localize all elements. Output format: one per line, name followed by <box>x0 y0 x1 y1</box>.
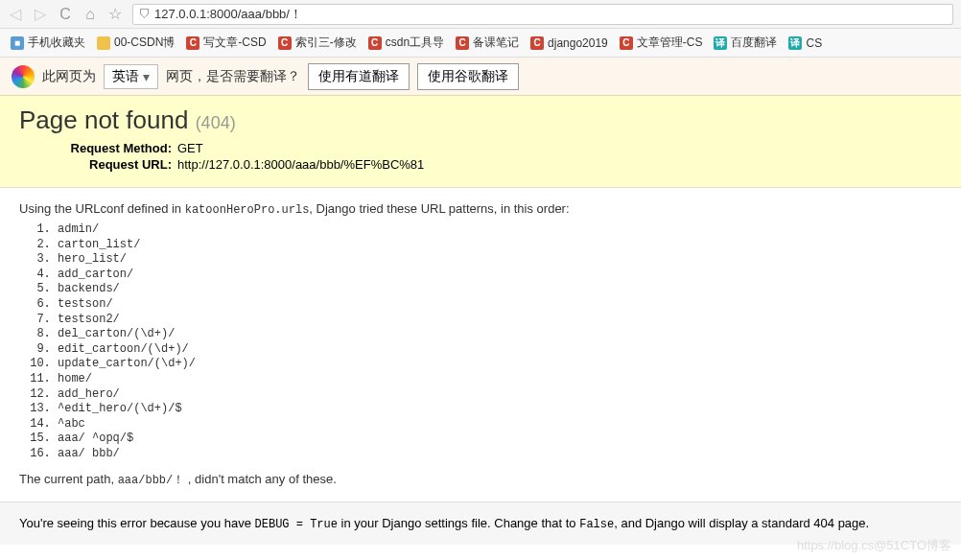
bookmark-label: 写文章-CSD <box>203 35 266 51</box>
debug-mid: in your Django settings file. Change tha… <box>338 516 579 530</box>
shield-icon: ⛉ <box>139 8 151 21</box>
youdao-translate-button[interactable]: 使用有道翻译 <box>308 63 410 90</box>
method-value: GET <box>177 141 203 155</box>
intro-text: Using the URLconf defined in katoonHeroP… <box>19 201 942 217</box>
url-pattern-item: home/ <box>58 372 942 387</box>
intro-prefix: Using the URLconf defined in <box>19 201 185 216</box>
bookmark-label: 00-CSDN博 <box>114 35 175 51</box>
bookmark-label: 备课笔记 <box>473 35 519 51</box>
nomatch-suffix: , didn't match any of these. <box>184 472 337 486</box>
intro-suffix: , Django tried these URL patterns, in th… <box>309 201 569 216</box>
bookmark-icon: C <box>368 36 382 50</box>
meta-row-method: Request Method: GET <box>19 141 942 155</box>
url-value: http://127.0.0.1:8000/aaa/bbb/%EF%BC%81 <box>177 157 424 172</box>
browser-logo-icon <box>12 65 35 88</box>
translate-suffix: 网页，是否需要翻译？ <box>166 68 300 85</box>
url-pattern-item: aaa/ bbb/ <box>58 447 942 462</box>
bookmark-item[interactable]: C索引三-修改 <box>273 32 362 54</box>
url-pattern-item: ^edit_hero/(\d+)/$ <box>58 402 942 417</box>
error-meta: Request Method: GET Request URL: http://… <box>19 141 942 172</box>
back-button[interactable]: ◁ <box>8 5 23 23</box>
url-patterns-list: admin/carton_list/hero_list/add_carton/b… <box>58 222 942 462</box>
nomatch-text: The current path, aaa/bbb/！ , didn't mat… <box>19 472 942 488</box>
url-pattern-item: ^abc <box>58 417 942 432</box>
bookmark-label: 百度翻译 <box>731 35 777 51</box>
error-body: Using the URLconf defined in katoonHeroP… <box>0 188 961 502</box>
bookmark-item[interactable]: Ccsdn工具导 <box>363 32 449 54</box>
debug-code1: DEBUG = True <box>255 518 338 531</box>
bookmarks-bar: ■手机收藏夹00-CSDN博C写文章-CSDC索引三-修改Ccsdn工具导C备课… <box>0 29 961 58</box>
bookmark-item[interactable]: 00-CSDN博 <box>92 32 179 54</box>
favorite-button[interactable]: ☆ <box>107 5 123 23</box>
translate-bar: 此网页为 英语 网页，是否需要翻译？ 使用有道翻译 使用谷歌翻译 <box>0 58 961 96</box>
forward-button[interactable]: ▷ <box>33 5 48 23</box>
error-page: Page not found (404) Request Method: GET… <box>0 96 961 545</box>
bookmark-label: 文章管理-CS <box>637 35 703 51</box>
bookmark-label: csdn工具导 <box>386 35 444 51</box>
language-select[interactable]: 英语 <box>104 64 158 89</box>
bookmark-icon: C <box>278 36 292 50</box>
debug-footer: You're seeing this error because you hav… <box>0 502 961 545</box>
bookmark-icon: C <box>456 36 469 50</box>
reload-button[interactable]: C <box>58 6 73 23</box>
url-pattern-item: add_hero/ <box>58 387 942 403</box>
url-pattern-item: testson/ <box>58 297 942 313</box>
url-pattern-item: update_carton/(\d+)/ <box>58 357 942 372</box>
error-title-text: Page not found <box>19 105 188 134</box>
bookmark-icon: C <box>186 36 199 50</box>
debug-prefix: You're seeing this error because you hav… <box>19 516 255 530</box>
bookmark-item[interactable]: C文章管理-CS <box>615 32 708 54</box>
url-pattern-item: testson2/ <box>58 313 942 328</box>
debug-code2: False <box>579 518 614 531</box>
url-pattern-item: del_carton/(\d+)/ <box>58 327 942 342</box>
url-bar[interactable]: ⛉ 127.0.0.1:8000/aaa/bbb/！ <box>132 4 953 25</box>
google-translate-button[interactable]: 使用谷歌翻译 <box>417 63 519 90</box>
url-pattern-item: add_carton/ <box>58 268 942 283</box>
bookmark-label: django2019 <box>548 36 608 50</box>
url-pattern-item: edit_cartoon/(\d+)/ <box>58 342 942 358</box>
debug-suffix: , and Django will display a standard 404… <box>614 516 869 530</box>
urlconf-name: katoonHeroPro.urls <box>185 203 310 217</box>
url-pattern-item: hero_list/ <box>58 252 942 268</box>
url-pattern-item: backends/ <box>58 282 942 297</box>
method-label: Request Method: <box>19 141 177 155</box>
page-title: Page not found (404) <box>19 105 942 135</box>
bookmark-icon: C <box>620 36 633 50</box>
browser-toolbar: ◁ ▷ C ⌂ ☆ ⛉ 127.0.0.1:8000/aaa/bbb/！ <box>0 0 961 29</box>
nomatch-prefix: The current path, <box>19 472 118 486</box>
bookmark-item[interactable]: 译百度翻译 <box>709 32 782 54</box>
nomatch-path: aaa/bbb/！ <box>118 474 185 487</box>
bookmark-item[interactable]: C写文章-CSD <box>181 32 270 54</box>
error-code: (404) <box>196 113 236 132</box>
bookmark-item[interactable]: C备课笔记 <box>451 32 524 54</box>
home-button[interactable]: ⌂ <box>82 6 98 23</box>
bookmark-item[interactable]: 译CS <box>784 34 827 53</box>
bookmark-label: 索引三-修改 <box>295 35 357 51</box>
bookmark-icon: C <box>530 36 544 50</box>
url-pattern-item: carton_list/ <box>58 238 942 253</box>
url-pattern-item: admin/ <box>58 222 942 238</box>
url-text: 127.0.0.1:8000/aaa/bbb/！ <box>154 6 947 23</box>
bookmark-label: CS <box>806 36 822 50</box>
url-label: Request URL: <box>19 157 177 172</box>
bookmark-item[interactable]: Cdjango2019 <box>526 34 613 53</box>
translate-prefix: 此网页为 <box>42 68 96 85</box>
bookmark-icon: ■ <box>11 36 24 50</box>
bookmark-icon: 译 <box>788 36 802 50</box>
bookmark-item[interactable]: ■手机收藏夹 <box>6 32 90 54</box>
bookmark-icon <box>97 36 110 50</box>
bookmark-label: 手机收藏夹 <box>28 35 85 51</box>
meta-row-url: Request URL: http://127.0.0.1:8000/aaa/b… <box>19 157 942 172</box>
error-summary: Page not found (404) Request Method: GET… <box>0 96 961 188</box>
url-pattern-item: aaa/ ^opq/$ <box>58 432 942 447</box>
bookmark-icon: 译 <box>714 36 727 50</box>
